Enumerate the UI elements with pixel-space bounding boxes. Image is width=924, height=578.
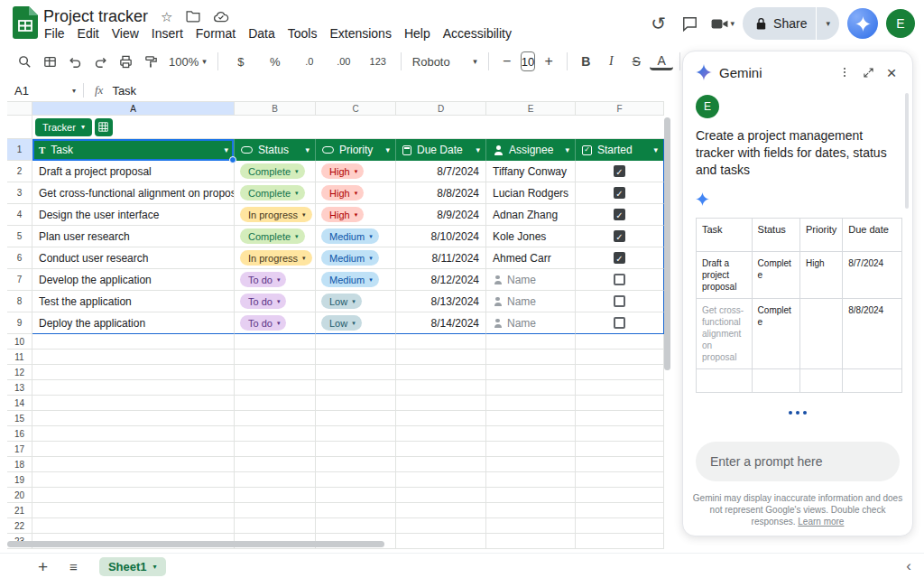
dropdown-chip[interactable]: In progress▾ (240, 250, 312, 266)
table-menu-button[interactable] (95, 118, 113, 136)
cell-assignee[interactable]: Tiffany Conway (486, 161, 576, 182)
empty-cell[interactable] (396, 442, 486, 457)
empty-cell[interactable] (576, 472, 664, 488)
row-header-19[interactable]: 19 (7, 472, 32, 488)
empty-cell[interactable] (32, 411, 235, 426)
empty-cell[interactable] (486, 380, 576, 396)
empty-cell[interactable] (576, 380, 664, 396)
started-checkbox[interactable] (614, 187, 625, 199)
cell-status[interactable]: Complete▾ (235, 226, 316, 247)
cell-task[interactable]: Test the application (32, 291, 235, 312)
empty-cell[interactable] (235, 442, 316, 457)
empty-cell[interactable] (486, 426, 576, 442)
cell-started[interactable] (576, 182, 664, 204)
zoom-control[interactable]: 100%▾ (164, 55, 211, 69)
empty-cell[interactable] (316, 503, 396, 518)
account-avatar[interactable]: E (886, 9, 915, 38)
menu-help[interactable]: Help (398, 25, 437, 42)
started-checkbox[interactable] (614, 230, 625, 242)
empty-cell[interactable] (235, 334, 316, 350)
row-header-21[interactable]: 21 (7, 503, 32, 518)
increase-decimal-button[interactable]: .00 (328, 50, 360, 73)
empty-cell[interactable] (235, 365, 316, 380)
empty-cell[interactable] (396, 472, 486, 488)
row-header-3[interactable]: 3 (7, 182, 32, 204)
menu-edit[interactable]: Edit (71, 25, 106, 42)
dropdown-chip[interactable]: Complete▾ (240, 228, 305, 244)
empty-cell[interactable] (316, 334, 396, 350)
decrease-font-size-button[interactable]: − (495, 50, 519, 73)
empty-cell[interactable] (235, 488, 316, 503)
empty-cell[interactable] (316, 426, 396, 442)
table-header-status[interactable]: Status▾ (235, 139, 316, 161)
sheet-tab[interactable]: Sheet1 ▾ (99, 557, 166, 576)
comment-icon[interactable] (679, 12, 702, 35)
empty-cell[interactable] (316, 350, 396, 365)
dropdown-chip[interactable]: High▾ (321, 207, 364, 222)
move-folder-icon[interactable] (186, 10, 200, 23)
row-header-7[interactable]: 7 (7, 269, 32, 291)
cell-started[interactable] (576, 269, 664, 291)
cell-assignee[interactable]: Adnan Zhang (486, 204, 576, 226)
cell-assignee[interactable]: Name (486, 312, 576, 334)
cell-priority[interactable]: High▾ (316, 204, 396, 226)
row-header-18[interactable]: 18 (7, 457, 32, 472)
table-header-assignee[interactable]: Assignee▾ (486, 139, 576, 161)
empty-cell[interactable] (316, 457, 396, 472)
row-header-12[interactable]: 12 (7, 365, 32, 380)
empty-cell[interactable] (235, 350, 316, 365)
column-header-B[interactable]: B (235, 101, 316, 116)
empty-cell[interactable] (235, 380, 316, 396)
empty-cell[interactable] (316, 442, 396, 457)
column-header-F[interactable]: F (576, 101, 664, 116)
row-header-22[interactable]: 22 (7, 518, 32, 534)
paint-format-icon[interactable] (139, 50, 162, 73)
empty-cell[interactable] (576, 365, 664, 380)
dropdown-chip[interactable]: Medium▾ (321, 250, 379, 266)
column-header-E[interactable]: E (486, 101, 576, 116)
cell-status[interactable]: In progress▾ (235, 247, 316, 269)
empty-cell[interactable] (576, 503, 664, 518)
bold-button[interactable]: B (574, 50, 597, 73)
all-sheets-menu-icon[interactable]: ≡ (69, 559, 78, 574)
table-header-priority[interactable]: Priority▾ (316, 139, 396, 161)
empty-cell[interactable] (576, 396, 664, 411)
select-all-corner[interactable] (7, 101, 32, 116)
row-header-15[interactable]: 15 (7, 411, 32, 426)
text-color-button[interactable]: A (650, 52, 673, 70)
cell-task[interactable]: Deploy the application (32, 312, 235, 334)
italic-button[interactable]: I (599, 50, 623, 73)
empty-cell[interactable] (486, 534, 576, 549)
cell-status[interactable]: To do▾ (235, 269, 316, 291)
format-percent-button[interactable]: % (259, 50, 291, 73)
table-name-chip[interactable]: Tracker ▾ (35, 118, 92, 136)
empty-cell[interactable] (316, 472, 396, 488)
empty-cell[interactable] (576, 518, 664, 534)
cell-status[interactable]: To do▾ (235, 312, 316, 334)
empty-cell[interactable] (486, 442, 576, 457)
more-options-icon[interactable] (836, 64, 853, 80)
table-header-due-date[interactable]: Due Date▾ (396, 139, 486, 161)
cell-due-date[interactable]: 8/12/2024 (396, 269, 486, 291)
row-header-17[interactable]: 17 (7, 442, 32, 457)
cell-status[interactable]: In progress▾ (235, 204, 316, 226)
menu-tools[interactable]: Tools (282, 25, 324, 42)
empty-cell[interactable] (235, 503, 316, 518)
dropdown-chip[interactable]: To do▾ (240, 315, 286, 331)
empty-cell[interactable] (486, 503, 576, 518)
cell-priority[interactable]: Medium▾ (316, 269, 396, 291)
empty-cell[interactable] (235, 411, 316, 426)
strikethrough-button[interactable]: S (624, 50, 648, 73)
menu-accessibility[interactable]: Accessibility (437, 25, 518, 42)
started-checkbox[interactable] (614, 295, 625, 307)
cell-priority[interactable]: Low▾ (316, 291, 396, 312)
empty-cell[interactable] (576, 426, 664, 442)
empty-cell[interactable] (32, 518, 235, 534)
empty-cell[interactable] (32, 334, 235, 350)
empty-cell[interactable] (576, 411, 664, 426)
row-header-8[interactable]: 8 (7, 291, 32, 312)
started-checkbox[interactable] (614, 165, 625, 177)
add-sheet-icon[interactable]: + (38, 558, 48, 575)
empty-cell[interactable] (32, 426, 235, 442)
started-checkbox[interactable] (614, 274, 625, 285)
